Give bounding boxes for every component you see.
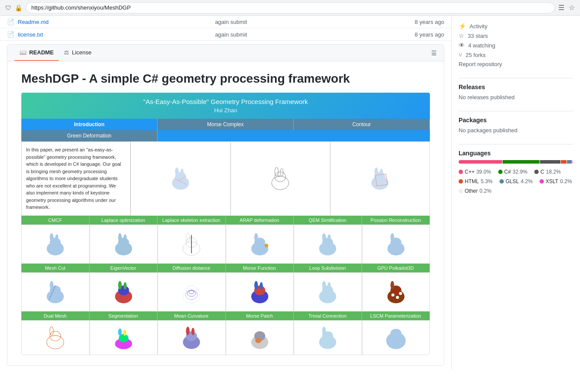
lang-item-c++[interactable]: C++ 39.0% — [459, 169, 491, 175]
svg-point-76 — [191, 328, 194, 335]
algo-img-cmcf — [21, 224, 90, 264]
bunny-svg-1 — [165, 163, 196, 194]
bunny-morse — [131, 141, 230, 216]
intro-header: Introduction — [21, 119, 158, 130]
divider-3 — [459, 144, 573, 144]
file-list: 📄 Readme.md again submit 8 years ago 📄 l… — [0, 16, 451, 41]
svg-point-45 — [118, 281, 121, 289]
algo-row3-labels: Dual Mesh Segmentation Mean Curvature Mo… — [21, 312, 430, 320]
lang-pct: 0.2% — [560, 178, 572, 184]
readme-file-link[interactable]: Readme.md — [18, 19, 124, 25]
algo-img-loop — [294, 272, 362, 312]
svg-point-35 — [328, 234, 331, 241]
lang-dot-c — [534, 170, 539, 174]
lang-bar-segment-xslt — [572, 160, 573, 164]
svg-point-65 — [399, 292, 402, 295]
lang-item-c[interactable]: C 18.2% — [534, 169, 561, 175]
algo-row1-labels: CMCF Laplace optimization Laplace skelet… — [21, 216, 430, 224]
svg-point-23 — [124, 234, 127, 241]
shield-icon: 🛡 — [5, 4, 11, 11]
algo-label-gpu: GPU Polkadot3D — [362, 264, 430, 272]
svg-point-41 — [50, 281, 54, 289]
svg-point-3 — [181, 169, 184, 176]
svg-point-55 — [260, 282, 263, 289]
file-row: 📄 Readme.md again submit 8 years ago — [0, 16, 451, 28]
svg-point-8 — [275, 168, 278, 176]
lang-bar-segment-c# — [503, 160, 540, 164]
eye-icon: 👁 — [459, 42, 465, 49]
algo-label-possion: Possion Reconstruction — [362, 216, 430, 224]
lang-name: C# — [504, 169, 511, 175]
address-bar[interactable]: https://github.com/shenxiyou/MeshDGP — [26, 2, 555, 13]
lang-pct: 18.2% — [546, 169, 561, 175]
license-file-link[interactable]: license.txt — [18, 31, 124, 38]
lang-name: C — [540, 169, 544, 175]
activity-icon: ⚡ — [459, 23, 466, 30]
forks-link[interactable]: ⑂ 25 forks — [459, 51, 573, 58]
readme-container: 📖 README ⚖ License ☰ MeshDGP - A simple … — [7, 44, 444, 366]
svg-point-63 — [391, 293, 394, 296]
readme-file-time: 8 years ago — [338, 19, 444, 25]
activity-link[interactable]: ⚡ Activity — [459, 23, 573, 30]
lang-item-glsl[interactable]: GLSL 4.2% — [500, 178, 533, 184]
algo-img-lscm — [362, 320, 430, 355]
algo-label-qem: QEM Simlification — [294, 216, 362, 224]
svg-point-71 — [118, 328, 121, 336]
releases-none: No releases published — [459, 94, 573, 101]
algo-row3-images — [21, 320, 430, 355]
languages-title: Languages — [459, 150, 573, 157]
readme-tabs: 📖 README ⚖ License ☰ — [7, 45, 444, 61]
browser-bar: 🛡 🔒 https://github.com/shenxiyou/MeshDGP… — [0, 0, 580, 16]
svg-point-62 — [390, 281, 394, 289]
algo-img-dualmesh — [21, 320, 90, 355]
svg-point-72 — [123, 329, 126, 335]
tab-license[interactable]: ⚖ License — [59, 45, 97, 61]
lang-item-other[interactable]: Other 0.2% — [459, 188, 491, 194]
releases-title: Releases — [459, 84, 573, 90]
algo-img-laplace-opt — [90, 224, 158, 264]
browser-nav-icons: 🛡 🔒 — [5, 4, 22, 11]
bunny-contour — [231, 141, 330, 216]
algo-label-cmcf: CMCF — [21, 216, 90, 224]
bunny-svg-3 — [365, 163, 395, 194]
file-row: 📄 license.txt again submit 8 years ago — [0, 28, 451, 41]
algo-img-qem — [294, 224, 362, 264]
lang-item-c#[interactable]: C# 32.9% — [498, 169, 527, 175]
lang-name: C++ — [465, 169, 475, 175]
algo-img-arap — [226, 224, 294, 264]
framework-image: "As-Easy-As-Possible" Geometry Processin… — [21, 93, 430, 355]
readme-menu-icon[interactable]: ☰ — [431, 50, 437, 57]
lang-item-xslt[interactable]: XSLT 0.2% — [540, 178, 572, 184]
lang-dot-xslt — [540, 179, 544, 184]
algo-label-arap: ARAP deformation — [226, 216, 294, 224]
lang-bar-segment-other — [573, 160, 573, 164]
sidebar: ⚡ Activity ☆ 33 stars 👁 4 watching ⑂ 25 … — [451, 16, 580, 369]
stars-link[interactable]: ☆ 33 stars — [459, 32, 573, 39]
svg-point-58 — [322, 281, 326, 289]
packages-none: No packages published — [459, 127, 573, 134]
star-icon: ☆ — [569, 3, 575, 12]
svg-point-34 — [322, 233, 326, 241]
svg-point-51 — [189, 290, 194, 293]
intro-text: In this paper, we present an "as-easy-as… — [21, 141, 131, 216]
svg-point-82 — [322, 326, 326, 335]
bunny-green — [330, 141, 430, 216]
watching-link[interactable]: 👁 4 watching — [459, 42, 573, 49]
algo-label-meshcut: Mesh Cut — [21, 264, 90, 272]
lang-pct: 5.3% — [481, 178, 493, 184]
svg-point-22 — [118, 233, 121, 241]
readme-body: MeshDGP - A simple C# geometry processin… — [7, 61, 444, 365]
lang-name: GLSL — [506, 178, 519, 184]
svg-point-68 — [50, 326, 54, 335]
report-link[interactable]: Report repository — [459, 61, 573, 67]
lang-pct: 39.0% — [476, 169, 491, 175]
license-file-message: again submit — [124, 31, 338, 38]
bunny-svg-2 — [265, 163, 295, 194]
lang-item-html[interactable]: HTML 5.3% — [459, 178, 493, 184]
readme-title: MeshDGP - A simple C# geometry processin… — [21, 72, 430, 86]
svg-point-64 — [396, 296, 399, 299]
algo-row2-images — [21, 272, 430, 312]
star-icon: ☆ — [459, 32, 464, 39]
tab-readme[interactable]: 📖 README — [14, 45, 59, 61]
lang-dot-glsl — [500, 179, 504, 184]
